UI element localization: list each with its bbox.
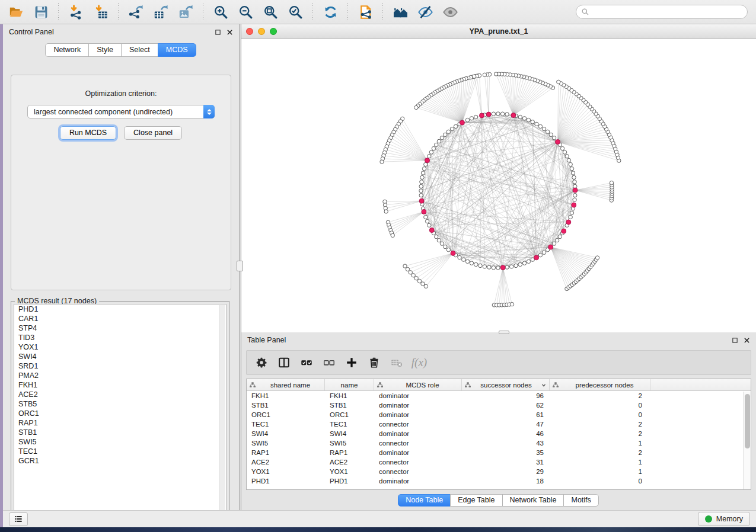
list-icon bbox=[14, 514, 23, 524]
mcds-result-item[interactable]: CAR1 bbox=[14, 314, 226, 323]
cell-MCDS-role: connector bbox=[374, 440, 462, 447]
run-mcds-button[interactable]: Run MCDS bbox=[60, 126, 116, 140]
column-header-predecessor-nodes[interactable]: predecessor nodes bbox=[550, 379, 650, 390]
float-panel-icon[interactable] bbox=[215, 29, 221, 36]
table-scrollbar-thumb[interactable] bbox=[745, 394, 750, 448]
cell-name: RAP1 bbox=[325, 449, 374, 456]
table-row[interactable]: TEC1TEC1connector472 bbox=[247, 419, 751, 429]
save-session-icon[interactable] bbox=[28, 2, 53, 22]
cell-MCDS-role: connector bbox=[374, 421, 462, 428]
tab-mcds[interactable]: MCDS bbox=[158, 43, 196, 57]
table-row[interactable]: PHD1PHD1dominator180 bbox=[247, 476, 751, 486]
tab-node-table[interactable]: Node Table bbox=[398, 494, 451, 507]
table-row[interactable]: STB1STB1dominator620 bbox=[247, 400, 751, 410]
optimization-criterion-select[interactable]: largest connected component (undirected) bbox=[27, 105, 215, 118]
mcds-result-item[interactable]: YOX1 bbox=[14, 342, 226, 352]
toolbar-separator bbox=[312, 3, 313, 21]
mcds-result-item[interactable]: FKH1 bbox=[14, 380, 226, 390]
cell-predecessor-nodes: 2 bbox=[550, 449, 650, 456]
columns-icon[interactable] bbox=[274, 353, 294, 372]
mcds-result-item[interactable]: STP4 bbox=[14, 323, 226, 333]
open-session-icon[interactable] bbox=[4, 2, 28, 22]
cell-predecessor-nodes: 2 bbox=[550, 421, 650, 428]
zoom-selected-icon[interactable] bbox=[283, 2, 308, 22]
mcds-result-list[interactable]: PHD1CAR1STP4TID3YOX1SWI4SRD1PMA2FKH1ACE2… bbox=[14, 304, 227, 518]
close-panel-button[interactable]: Close panel bbox=[124, 126, 182, 140]
zoom-fit-icon[interactable] bbox=[258, 2, 283, 22]
delete-row-icon[interactable] bbox=[364, 353, 384, 372]
memory-button[interactable]: Memory bbox=[698, 512, 750, 526]
cell-MCDS-role: dominator bbox=[374, 477, 462, 485]
mcds-result-item[interactable]: PMA2 bbox=[14, 371, 226, 380]
table-scrollbar[interactable] bbox=[743, 392, 751, 489]
cell-name: SWI5 bbox=[325, 440, 374, 447]
mcds-result-item[interactable]: GCR1 bbox=[14, 456, 226, 466]
tab-edge-table[interactable]: Edge Table bbox=[450, 494, 502, 507]
mcds-list-scrollbar[interactable] bbox=[219, 305, 225, 517]
cell-predecessor-nodes: 0 bbox=[550, 402, 650, 409]
tab-select[interactable]: Select bbox=[121, 43, 158, 57]
panel-divider-handle[interactable] bbox=[237, 261, 243, 271]
mcds-result-item[interactable]: ACE2 bbox=[14, 390, 226, 399]
add-row-icon[interactable] bbox=[342, 353, 362, 372]
column-header-name[interactable]: name bbox=[325, 379, 374, 390]
mcds-result-item[interactable]: STB1 bbox=[14, 428, 226, 437]
select-all-icon[interactable] bbox=[296, 353, 317, 372]
column-header-shared-name[interactable]: shared name bbox=[247, 379, 325, 390]
table-row[interactable]: RAP1RAP1dominator352 bbox=[247, 448, 751, 457]
tab-network-table[interactable]: Network Table bbox=[502, 494, 564, 507]
search-input[interactable] bbox=[592, 8, 742, 16]
mcds-result-item[interactable]: PHD1 bbox=[14, 305, 226, 314]
close-panel-icon[interactable] bbox=[227, 29, 233, 36]
table-row[interactable]: YOX1YOX1connector291 bbox=[247, 467, 751, 476]
refresh-network-icon[interactable] bbox=[318, 2, 343, 22]
mcds-result-item[interactable]: SRD1 bbox=[14, 361, 226, 371]
cell-predecessor-nodes: 0 bbox=[550, 411, 650, 418]
optimization-criterion-value: largest connected component (undirected) bbox=[28, 108, 203, 116]
mcds-result-item[interactable]: STB5 bbox=[14, 399, 226, 409]
home-networks-icon[interactable] bbox=[388, 2, 413, 22]
mcds-result-item[interactable]: SWI5 bbox=[14, 437, 226, 447]
task-history-button[interactable] bbox=[9, 512, 28, 526]
tab-motifs[interactable]: Motifs bbox=[563, 494, 598, 507]
table-row[interactable]: ACE2ACE2connector311 bbox=[247, 457, 751, 467]
import-network-icon[interactable] bbox=[63, 2, 88, 22]
column-header-successor-nodes[interactable]: successor nodes bbox=[462, 379, 550, 390]
zoom-in-icon[interactable] bbox=[208, 2, 233, 22]
cell-name: STB1 bbox=[325, 402, 374, 409]
cell-MCDS-role: dominator bbox=[374, 402, 462, 409]
hide-graphics-icon[interactable] bbox=[413, 2, 438, 22]
mcds-result-item[interactable]: SWI4 bbox=[14, 352, 226, 361]
export-image-icon[interactable] bbox=[173, 2, 198, 22]
table-row[interactable]: FKH1FKH1dominator962 bbox=[247, 391, 751, 400]
network-canvas[interactable] bbox=[241, 39, 755, 332]
deselect-all-icon[interactable] bbox=[319, 353, 339, 372]
tab-network[interactable]: Network bbox=[45, 43, 89, 57]
clone-network-icon[interactable] bbox=[353, 2, 378, 22]
mcds-result-item[interactable]: ORC1 bbox=[14, 409, 226, 418]
export-table-icon[interactable] bbox=[148, 2, 173, 22]
table-row[interactable]: ORC1ORC1dominator610 bbox=[247, 410, 751, 419]
mcds-result-item[interactable]: RAP1 bbox=[14, 418, 226, 428]
table-panel-divider-handle[interactable] bbox=[499, 331, 509, 334]
desktop-wallpaper-bottom-strip bbox=[0, 527, 756, 532]
cell-successor-nodes: 43 bbox=[462, 440, 550, 447]
zoom-out-icon[interactable] bbox=[233, 2, 258, 22]
table-row[interactable]: SWI4SWI4dominator462 bbox=[247, 429, 751, 438]
cell-successor-nodes: 35 bbox=[462, 449, 550, 456]
status-bar: Memory bbox=[3, 510, 756, 527]
gear-icon[interactable] bbox=[251, 353, 272, 372]
close-panel-icon[interactable] bbox=[744, 337, 750, 344]
mcds-result-item[interactable]: TID3 bbox=[14, 333, 226, 342]
search-box[interactable] bbox=[576, 5, 748, 19]
import-table-icon[interactable] bbox=[88, 2, 113, 22]
tab-style[interactable]: Style bbox=[88, 43, 122, 57]
float-panel-icon[interactable] bbox=[732, 337, 738, 344]
table-row[interactable]: SWI5SWI5connector431 bbox=[247, 438, 751, 448]
cell-name: FKH1 bbox=[325, 392, 374, 399]
column-header-MCDS-role[interactable]: MCDS role bbox=[374, 379, 462, 390]
export-network-icon[interactable] bbox=[123, 2, 148, 22]
node-table: shared namenameMCDS rolesuccessor nodesp… bbox=[246, 379, 751, 490]
toolbar-separator bbox=[382, 3, 383, 21]
mcds-result-item[interactable]: TEC1 bbox=[14, 447, 226, 456]
